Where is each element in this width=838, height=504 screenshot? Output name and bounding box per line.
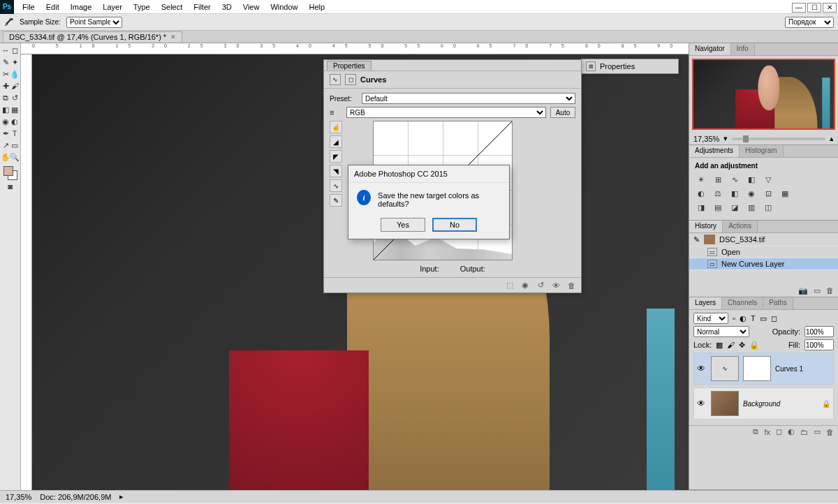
quickmask-tool[interactable]: ◙ [2, 181, 19, 192]
layer-fx-icon[interactable]: fx [764, 428, 770, 436]
tab-channels[interactable]: Channels [722, 297, 763, 309]
close-tab-icon[interactable]: ✕ [170, 34, 176, 40]
navigator-zoom-slider[interactable] [732, 138, 825, 140]
mask-icon[interactable]: ◻ [345, 74, 356, 85]
menu-layer[interactable]: Layer [97, 1, 128, 13]
menu-view[interactable]: View [237, 1, 265, 13]
window-minimize[interactable]: — [792, 3, 806, 13]
tab-paths[interactable]: Paths [763, 297, 793, 309]
threshold-icon[interactable]: ◪ [728, 202, 741, 213]
bw-icon[interactable]: ◧ [728, 188, 741, 199]
window-close[interactable]: ✕ [823, 3, 837, 13]
toggle-visibility-icon[interactable]: 👁 [550, 280, 561, 291]
visibility-icon[interactable]: 👁 [697, 364, 707, 373]
dodge-tool[interactable]: ◐ [10, 116, 19, 127]
filter-type-icon[interactable]: T [751, 314, 756, 323]
menu-window[interactable]: Window [265, 1, 303, 13]
shape-tool[interactable]: ▭ [10, 140, 19, 151]
brush-tool[interactable]: 🖌 [10, 80, 19, 91]
status-zoom[interactable]: 17,35% [6, 493, 31, 501]
posterize-icon[interactable]: ▤ [712, 202, 724, 213]
link-layers-icon[interactable]: ⧉ [753, 427, 758, 436]
channel-select[interactable]: RGB [346, 107, 546, 118]
blend-mode-select[interactable]: Normal [693, 326, 749, 337]
lock-trans-icon[interactable]: ▩ [716, 341, 723, 350]
layer-background[interactable]: 👁 Background 🔒 [693, 387, 834, 420]
layer-name[interactable]: Curves 1 [775, 365, 803, 373]
move-tool[interactable]: ↔ [1, 45, 10, 56]
collapsed-properties-dock[interactable]: ⊞ Properties [581, 59, 679, 74]
hand-tool[interactable]: ✋ [1, 151, 10, 163]
menu-help[interactable]: Help [304, 1, 331, 13]
lasso-tool[interactable]: ✎ [1, 57, 10, 68]
window-maximize[interactable]: ☐ [807, 3, 821, 13]
gray-point-tool[interactable]: ◤ [330, 150, 342, 163]
filter-shape-icon[interactable]: ▭ [760, 314, 767, 323]
properties-tab[interactable]: Properties [327, 61, 372, 71]
tab-navigator[interactable]: Navigator [689, 43, 731, 55]
layer-mask-thumbnail[interactable] [743, 356, 771, 381]
history-snapshot[interactable]: ✎DSC_5334.tif [689, 233, 838, 246]
lock-paint-icon[interactable]: 🖌 [727, 341, 735, 349]
layer-name[interactable]: Background [743, 400, 780, 408]
filter-adjust-icon[interactable]: ◐ [740, 314, 747, 323]
exposure-icon[interactable]: ◧ [745, 174, 758, 185]
hue-icon[interactable]: ◐ [695, 188, 707, 199]
tab-info[interactable]: Info [731, 43, 755, 55]
zoom-tool[interactable]: 🔍 [10, 151, 19, 163]
menu-image[interactable]: Image [65, 1, 98, 13]
reset-icon[interactable]: ↺ [535, 280, 546, 291]
new-snapshot-icon[interactable]: 📷 [798, 286, 808, 295]
layer-mask-icon[interactable]: ◻ [776, 427, 782, 436]
crop-tool[interactable]: ✂ [1, 68, 10, 80]
channelmixer-icon[interactable]: ⊡ [762, 188, 774, 199]
color-swatch[interactable] [3, 166, 17, 180]
delete-history-icon[interactable]: 🗑 [826, 286, 834, 295]
eyedropper-tool[interactable]: 💧 [10, 68, 19, 80]
filter-pixel-icon[interactable]: ▫ [733, 314, 735, 323]
delete-layer-icon[interactable]: 🗑 [826, 428, 834, 436]
document-tab[interactable]: DSC_5334.tif @ 17,4% (Curves 1, RGB/16*)… [3, 31, 182, 42]
preset-select[interactable]: Default [362, 93, 575, 104]
colorlookup-icon[interactable]: ▦ [779, 188, 791, 199]
wand-tool[interactable]: ✦ [10, 57, 19, 68]
group-icon[interactable]: 🗀 [800, 428, 808, 436]
vibrance-icon[interactable]: ▽ [762, 174, 774, 185]
tab-layers[interactable]: Layers [689, 297, 722, 309]
edit-points-tool[interactable]: ∿ [330, 179, 342, 192]
layer-filter-select[interactable]: Kind [693, 313, 728, 324]
eraser-tool[interactable]: ◧ [1, 104, 10, 115]
menu-3d[interactable]: 3D [216, 1, 237, 13]
menu-select[interactable]: Select [156, 1, 189, 13]
tab-histogram[interactable]: Histogram [740, 145, 784, 157]
path-tool[interactable]: ↗ [1, 140, 10, 151]
zoom-in-icon[interactable]: ▴ [830, 134, 834, 143]
pen-tool[interactable]: ✒ [1, 128, 10, 139]
tab-history[interactable]: History [689, 221, 723, 232]
invert-icon[interactable]: ◨ [695, 202, 707, 213]
layer-thumbnail[interactable] [711, 391, 739, 416]
new-document-icon[interactable]: ▭ [814, 286, 821, 295]
navigator-thumbnail[interactable] [692, 59, 835, 130]
clip-to-layer-icon[interactable]: ⬚ [504, 280, 515, 291]
menu-file[interactable]: File [17, 1, 41, 13]
tab-actions[interactable]: Actions [723, 221, 758, 232]
history-step-open[interactable]: ▭Open [689, 246, 838, 258]
menu-type[interactable]: Type [128, 1, 156, 13]
levels-icon[interactable]: ⊞ [712, 174, 724, 185]
white-point-tool[interactable]: ◥ [330, 165, 342, 177]
menu-edit[interactable]: Edit [41, 1, 65, 13]
curves-icon[interactable]: ∿ [728, 174, 741, 185]
new-layer-icon[interactable]: ▭ [814, 427, 821, 436]
fill-input[interactable] [804, 339, 834, 350]
tab-adjustments[interactable]: Adjustments [689, 145, 740, 157]
gradient-tool[interactable]: ▦ [10, 104, 19, 115]
opacity-input[interactable] [804, 326, 834, 337]
layer-curves[interactable]: 👁 ∿ Curves 1 [693, 353, 834, 385]
history-brush-tool[interactable]: ↺ [10, 92, 19, 103]
on-image-tool[interactable]: ☝ [330, 121, 342, 133]
stamp-tool[interactable]: ⧉ [1, 92, 10, 103]
gradientmap-icon[interactable]: ▥ [745, 202, 758, 213]
status-doc-size[interactable]: Doc: 206,9M/206,9M [40, 493, 111, 501]
auto-button[interactable]: Auto [550, 107, 575, 118]
